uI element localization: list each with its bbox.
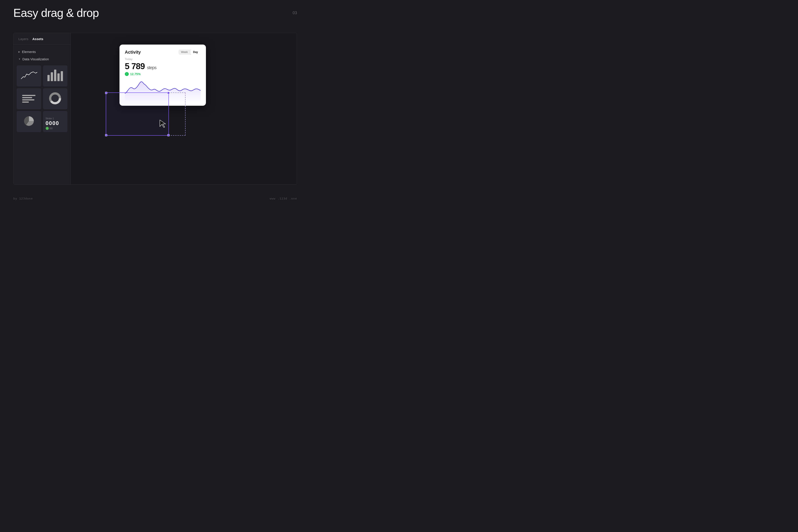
steps-count: 5 789 steps [125,62,201,71]
tabs-bar: Layers Assets [14,33,71,44]
donut-icon [49,92,61,105]
stroke-card: Stroke 1 0000 ↑ 00 [43,111,68,132]
tree-label-elements: Elements [22,50,36,54]
bar-chart-card[interactable] [43,65,68,87]
main-frame: Layers Assets ▶ Elements ▼ Data Visualiz… [13,33,297,185]
card-header: Activity Week Day [125,50,201,55]
tab-layers[interactable]: Layers [18,37,28,41]
handle-bottom-left[interactable] [105,134,107,136]
stroke-sub-value: 00 [50,127,53,130]
toggle-group: Week Day [178,50,201,55]
expand-icon: ▼ [18,58,21,60]
handle-bottom-right[interactable] [167,134,170,136]
stroke-sub: ↑ 00 [46,127,53,130]
stroke-label: Stroke 1 [46,117,54,120]
stroke-value: 0000 [46,120,59,126]
pie-icon [23,115,35,128]
percent-up-icon: ↑ [125,72,129,76]
toggle-week-button[interactable]: Week [178,50,190,55]
cursor [159,119,167,129]
footer-right: www .123d .one [269,197,297,200]
percent-value: 12.75% [130,72,140,76]
pie-chart-card[interactable] [17,111,41,132]
selection-box[interactable] [106,92,169,136]
steps-unit: steps [147,65,156,70]
page-number: 03 [292,11,297,15]
handle-top-right[interactable] [167,92,170,94]
asset-grid: Stroke 1 0000 ↑ 00 [14,63,71,135]
hbar-icon [22,95,36,102]
tree-item-elements[interactable]: ▶ Elements [14,48,71,55]
cursor-icon [159,119,167,128]
percent-row: ↑ 12.75% [125,72,201,76]
up-arrow-icon: ↑ [46,127,49,130]
tab-assets[interactable]: Assets [32,37,43,41]
left-panel: Layers Assets ▶ Elements ▼ Data Visualiz… [14,33,71,185]
hbar-chart-card[interactable] [17,88,41,109]
footer-left: by 123done [13,197,33,200]
line-chart-card[interactable] [17,65,41,87]
footer: by 123done www .123d .one [13,197,297,200]
handle-top-left[interactable] [105,92,107,94]
today-label: Today [125,57,201,61]
content-area: Activity Week Day Today 5 789 steps ↑ 12… [71,33,297,185]
arrow-icon: ▶ [18,51,20,53]
toggle-day-button[interactable]: Day [190,50,201,55]
line-chart-icon [20,70,38,82]
bar-chart-icon [48,70,63,82]
tree-item-datavis[interactable]: ▼ Data Visualization [14,55,71,63]
donut-chart-card[interactable] [43,88,68,109]
card-title: Activity [125,50,141,55]
tree-label-datavis: Data Visualization [22,57,49,61]
page-title: Easy drag & drop [13,6,99,19]
panel-content: ▶ Elements ▼ Data Visualization [14,44,71,138]
